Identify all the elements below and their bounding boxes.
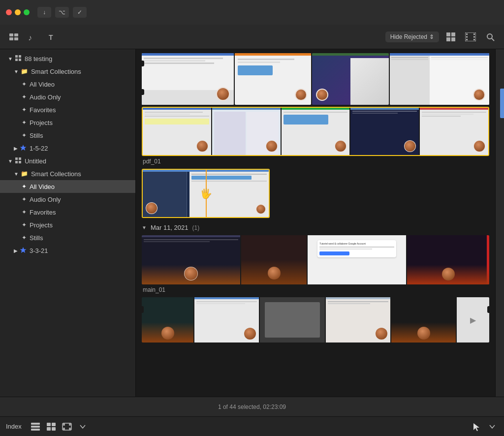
thumb-frame-2-2[interactable]: [212, 108, 281, 155]
toolbar-left: ♪ T: [6, 29, 61, 45]
date-label: Mar 11, 2021: [151, 224, 189, 231]
content-area[interactable]: pdf_01 🖐: [136, 49, 495, 397]
sidebar-item-audio-only-2[interactable]: ✦ Audio Only: [0, 193, 135, 206]
hide-rejected-button[interactable]: Hide Rejected ⇕: [385, 31, 439, 42]
grid-icon-2: [15, 157, 22, 165]
thumb-frame-2-3[interactable]: [282, 108, 350, 155]
sidebar-item-smart-collections-2[interactable]: ▼ 📁 Smart Collections: [0, 167, 135, 180]
thumb-frame-4-3[interactable]: Tutoriel word & collaborer Google Accoun…: [308, 235, 406, 284]
svg-rect-25: [19, 157, 21, 160]
svg-rect-22: [19, 59, 21, 61]
thumb-frame-5-4[interactable]: [326, 297, 390, 343]
svg-rect-27: [19, 161, 21, 163]
svg-rect-29: [31, 423, 40, 425]
thumb-frame-5-3[interactable]: [260, 297, 324, 343]
thumb-frame-1-2[interactable]: [235, 53, 312, 105]
sidebar-item-projects-2[interactable]: ✦ Projects: [0, 218, 135, 231]
caret-smart-2: ▼: [14, 171, 19, 177]
svg-rect-31: [31, 429, 40, 431]
svg-rect-11: [466, 33, 468, 35]
svg-rect-39: [69, 424, 70, 425]
svg-rect-3: [14, 37, 18, 40]
sidebar-item-stills-2[interactable]: ✦ Stills: [0, 231, 135, 244]
audio-only-2-label: Audio Only: [30, 196, 61, 203]
thumb-frame-2-4[interactable]: [350, 108, 419, 155]
thumb-frame-5-2[interactable]: [194, 297, 259, 343]
1-5-22-label: 1-5-22: [30, 145, 48, 152]
filmstrip-row-4: Tutoriel word & collaborer Google Accoun…: [142, 235, 489, 284]
grid-view-icon[interactable]: [443, 29, 459, 45]
favorites-2-label: Favorites: [30, 209, 56, 216]
filmstrip-row-2-selected[interactable]: [142, 107, 489, 156]
thumb-frame-1-3[interactable]: [312, 53, 389, 105]
music-icon[interactable]: ♪: [26, 29, 41, 45]
svg-rect-0: [9, 33, 13, 36]
sidebar-item-favorites-2[interactable]: ✦ Favorites: [0, 206, 135, 218]
toolbar: ♪ T Hide Rejected ⇕: [0, 25, 504, 49]
star-icon-2: [20, 247, 27, 255]
svg-rect-13: [466, 39, 468, 40]
gear-icon-6: ✦: [22, 183, 27, 190]
gear-icon-4: ✦: [22, 119, 27, 126]
thumb-frame-4-4[interactable]: [407, 235, 489, 284]
sidebar-item-smart-collections-1[interactable]: ▼ 📁 Smart Collections: [0, 65, 135, 78]
sidebar-item-3-3-21[interactable]: ▶ 3-3-21: [0, 244, 135, 257]
filmstrip-icon[interactable]: [61, 421, 73, 433]
main-layout: ▼ 88 testing ▼ 📁 Smart Collections ✦ All…: [0, 49, 504, 397]
key-button[interactable]: ⌥: [55, 7, 69, 18]
gear-icon-10: ✦: [22, 234, 27, 241]
caret-testing: ▼: [8, 56, 13, 62]
toolbar-right: Hide Rejected ⇕: [385, 29, 498, 45]
sidebar-item-all-video-1[interactable]: ✦ All Video: [0, 78, 135, 91]
filmstrip-view-icon[interactable]: [463, 29, 478, 45]
filmstrip-row-3-selected[interactable]: 🖐: [142, 169, 270, 218]
sidebar-item-projects-1[interactable]: ✦ Projects: [0, 116, 135, 129]
close-button[interactable]: [6, 9, 12, 15]
search-icon[interactable]: [482, 29, 498, 45]
list-view-icon[interactable]: [30, 421, 41, 433]
projects-2-label: Projects: [30, 221, 53, 229]
svg-point-17: [487, 34, 492, 39]
smart-collections-2-label: Smart Collections: [31, 170, 81, 178]
thumb-frame-4-2[interactable]: [241, 235, 307, 284]
gear-icon-7: ✦: [22, 196, 27, 203]
thumb-frame-2-1[interactable]: [143, 108, 211, 155]
grid-icon: [15, 55, 22, 63]
library-icon[interactable]: [6, 29, 22, 45]
sidebar-item-stills-1[interactable]: ✦ Stills: [0, 129, 135, 142]
thumb-frame-3-1[interactable]: 🖐: [143, 170, 269, 217]
sidebar-item-favorites-1[interactable]: ✦ Favorites: [0, 103, 135, 116]
tool-options-icon[interactable]: [486, 421, 498, 433]
chevron-down-icon[interactable]: [77, 421, 89, 433]
sidebar-item-testing[interactable]: ▼ 88 testing: [0, 52, 135, 65]
right-panel: [495, 49, 504, 397]
thumb-frame-1-1[interactable]: [142, 53, 234, 105]
cursor-tool-icon[interactable]: [471, 421, 482, 433]
clip-name-pdf01: pdf_01: [143, 158, 489, 165]
caret-1-5-22: ▶: [14, 146, 18, 151]
thumb-frame-2-5[interactable]: [420, 108, 488, 155]
thumb-frame-5-6[interactable]: ▶: [457, 297, 489, 343]
maximize-button[interactable]: [24, 9, 30, 15]
minimize-button[interactable]: [15, 9, 21, 15]
thumb-frame-5-1[interactable]: [142, 297, 193, 343]
svg-rect-1: [14, 33, 18, 36]
clip-view-icon[interactable]: [45, 421, 57, 433]
traffic-lights: [6, 9, 30, 15]
download-button[interactable]: ↓: [37, 7, 51, 18]
thumb-frame-1-4[interactable]: [390, 53, 489, 105]
checkmark-button[interactable]: ✓: [73, 7, 87, 18]
svg-rect-35: [52, 427, 56, 431]
caret-3-3-21: ▶: [14, 248, 18, 253]
thumb-frame-4-1[interactable]: [142, 235, 240, 284]
thumb-frame-5-5[interactable]: [391, 297, 456, 343]
sidebar-item-untitled[interactable]: ▼ Untitled: [0, 155, 135, 167]
sidebar-item-all-video-2[interactable]: ✦ All Video: [0, 180, 135, 193]
sidebar-item-audio-only-1[interactable]: ✦ Audio Only: [0, 91, 135, 103]
bottom-toolbar: Index: [0, 416, 504, 436]
svg-rect-2: [9, 37, 13, 40]
favorites-1-label: Favorites: [30, 106, 56, 114]
date-header[interactable]: ▼ Mar 11, 2021 (1): [142, 224, 489, 231]
sidebar-item-1-5-22[interactable]: ▶ 1-5-22: [0, 142, 135, 155]
title-icon[interactable]: T: [45, 29, 61, 45]
